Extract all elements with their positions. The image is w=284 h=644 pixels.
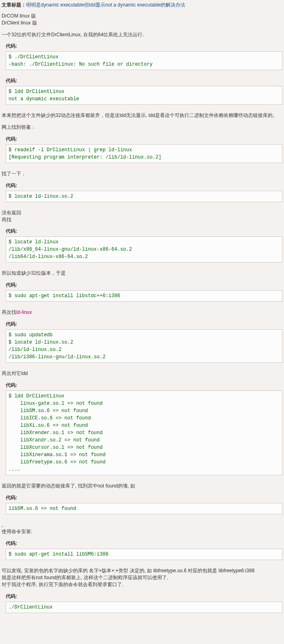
code-block: 代码: $ ldd DrClientLinux not a dynamic ex… — [2, 77, 282, 105]
code-label: 代码: — [6, 593, 282, 600]
code-block: 代码: $ sudo updatedb $ locate ld-linux.so… — [2, 321, 282, 363]
paragraph: 所以知道缺少32位版本，于是 — [2, 270, 282, 277]
paragraph: 找了一下， — [2, 170, 282, 177]
code-block: 代码: ./DrClientLinux — [2, 593, 282, 613]
code-label: 代码: — [6, 321, 282, 328]
title-label: 文章标题： — [2, 2, 26, 8]
code-label: 代码: — [6, 494, 282, 501]
paragraph: 一个32位的可执行文件DrClientLinux, 在我的64位系统上无法运行. — [2, 31, 282, 38]
code-block: 代码: $ locate ld-linux /lib/x86_64-linux-… — [2, 228, 282, 262]
code-content: $ ./DrClientLinux -bash: ./DrClientLinux… — [6, 51, 282, 70]
paragraph: 返回的就是它需要的动态链接库了, 找到其中not found的项, 如 — [2, 483, 282, 490]
text-line: 再找 — [2, 217, 11, 223]
code-content: $ sudo updatedb $ locate ld-linux.so.2 /… — [6, 329, 282, 363]
code-label: 代码: — [6, 282, 282, 289]
code-content: $ locate ld-linux /lib/x86_64-linux-gnu/… — [6, 236, 282, 262]
article-title-row: 文章标题：明明是dynamic executable但ldd显示not a dy… — [2, 2, 282, 9]
paragraph: , 使用命令安装: — [2, 522, 282, 536]
text-line: 对于我这个程序, 执行完下面的命令就会看到登录窗口了. — [2, 582, 123, 587]
code-content: libSM.so.6 => not found — [6, 503, 282, 514]
paragraph: 本来想把这个文件缺少的32动态连接库都装齐，但是这ldd无法显示, ldd是看这… — [2, 112, 282, 119]
text-line: 使用命令安装: — [2, 529, 32, 534]
code-content: $ ldd DrClientLinux linux-gate.so.1 => n… — [6, 390, 282, 475]
intro-paragraph: DrCOM linux 版 DrClient linux 版 — [2, 13, 282, 26]
text-line: 没有返回 — [2, 210, 21, 216]
code-block: 代码: $ locate ld-linux.so.2 — [2, 182, 282, 202]
paragraph: 再次对它ldd — [2, 370, 282, 377]
paragraph: 网上找到答案： — [2, 124, 282, 131]
code-label: 代码: — [6, 43, 282, 50]
code-label: 代码: — [6, 228, 282, 235]
text-line: DrClient linux 版 — [2, 20, 37, 26]
title-text: 明明是dynamic executable但ldd显示not a dynamic… — [26, 2, 185, 8]
code-label: 代码: — [6, 540, 282, 547]
link-text[interactable]: ld-linux — [16, 309, 32, 315]
code-content: $ readelf -l DrClientLinux | grep ld-lin… — [6, 144, 282, 163]
paragraph: 没有返回 再找 — [2, 210, 282, 223]
code-block: 代码: $ sudo apt-get install libSM6:i386 — [2, 540, 282, 560]
code-block: 代码: $ sudo apt-get install libstdc++6:i3… — [2, 282, 282, 302]
code-block: 代码: $ ./DrClientLinux -bash: ./DrClientL… — [2, 43, 282, 70]
code-content: ./DrClientLinux — [6, 602, 282, 613]
text-line: , — [2, 522, 3, 528]
code-label: 代码: — [6, 382, 282, 389]
code-label: 代码: — [6, 182, 282, 189]
paragraph: 可以发现, 安装的包的名字由缺少的库的 名字+版本+:+类型 决定的, 如 li… — [2, 567, 282, 588]
code-block: 代码: $ readelf -l DrClientLinux | grep ld… — [2, 136, 282, 163]
text-line: 可以发现, 安装的包的名字由缺少的库的 名字+版本+:+类型 决定的, 如 li… — [2, 568, 255, 573]
code-content: $ sudo apt-get install libSM6:i386 — [6, 549, 282, 560]
code-block: 代码: libSM.so.6 => not found — [2, 494, 282, 514]
text-line: DrCOM linux 版 — [2, 13, 36, 19]
paragraph: 再次找ld-linux — [2, 309, 282, 316]
code-content: $ locate ld-linux.so.2 — [6, 191, 282, 202]
text-span: 再次找 — [2, 309, 16, 315]
code-block: 代码: $ ldd DrClientLinux linux-gate.so.1 … — [2, 382, 282, 475]
text-line: 就是这样把所有not found的库都装上, 这样这个二进制程序应该就可以使用了… — [2, 575, 168, 580]
code-label: 代码: — [6, 136, 282, 143]
code-content: $ ldd DrClientLinux not a dynamic execut… — [6, 86, 282, 105]
code-content: $ sudo apt-get install libstdc++6:i386 — [6, 290, 282, 302]
code-label: 代码: — [6, 77, 282, 84]
